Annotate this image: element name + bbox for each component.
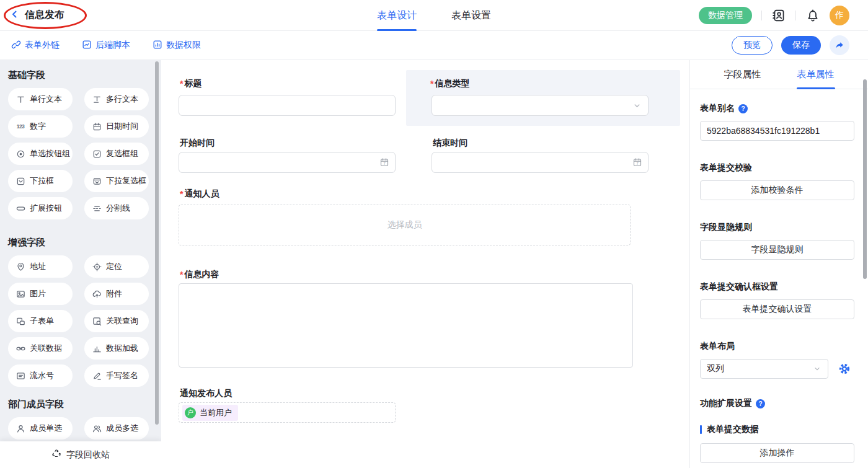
address-pin-icon <box>16 262 25 272</box>
external-link-button[interactable]: 表单外链 <box>11 40 60 51</box>
field-label-notify-publisher: 通知发布人员 <box>180 387 232 400</box>
field-label-info-content: * 信息内容 <box>180 268 219 281</box>
field-item-member-multi[interactable]: 成员多选 <box>84 417 149 439</box>
publisher-picker-box[interactable]: 户 当前用户 <box>179 402 396 423</box>
help-icon[interactable]: ? <box>738 104 748 113</box>
field-label-notify-members: * 通知人员 <box>180 188 219 200</box>
people-icon <box>92 423 102 433</box>
multi-line-text-icon <box>92 94 102 104</box>
title-input[interactable] <box>179 95 396 116</box>
properties-panel: 字段属性 表单属性 表单别名 ? 表单提交校验 添加校验条件 字段显隐规则 字段… <box>689 60 868 468</box>
toolbar-actions: 预览 保存 <box>732 35 849 55</box>
script-icon <box>82 40 92 51</box>
contact-book-icon[interactable] <box>771 8 786 23</box>
form-layout-row: 双列 <box>700 359 854 379</box>
end-time-input[interactable]: 7 <box>432 152 649 173</box>
field-item-number[interactable]: 123 数字 <box>8 115 73 138</box>
submit-validation-label: 表单提交校验 <box>700 162 854 174</box>
field-item-attachment[interactable]: 附件 <box>84 283 149 305</box>
tab-form-settings[interactable]: 表单设置 <box>451 0 491 31</box>
field-item-location[interactable]: 定位 <box>84 255 149 278</box>
cloud-upload-icon <box>92 289 102 299</box>
form-alias-input[interactable] <box>700 121 854 141</box>
field-item-divider[interactable]: 分割线 <box>84 197 149 219</box>
field-item-checkbox-group[interactable]: 复选框组 <box>84 143 149 165</box>
section-title-basic-fields: 基础字段 <box>8 69 161 82</box>
field-item-multi-select[interactable]: 下拉复选框 <box>84 170 149 192</box>
sidebar-scrollbar[interactable] <box>155 61 159 425</box>
field-item-radio-group[interactable]: 单选按钮组 <box>8 143 73 165</box>
data-manage-button[interactable]: 数据管理 <box>699 7 752 24</box>
field-label-start-time: 开始时间 <box>180 137 215 149</box>
field-item-related-query[interactable]: 关联查询 <box>84 310 149 332</box>
add-action-button-submit[interactable]: 添加操作 <box>700 443 854 463</box>
divider <box>795 11 796 20</box>
share-arrow-icon <box>835 40 844 50</box>
chain-link-icon <box>16 343 25 353</box>
field-recycle-bin[interactable]: 字段回收站 <box>0 441 161 468</box>
number-icon: 123 <box>16 121 25 131</box>
notification-bell-icon[interactable] <box>805 8 820 23</box>
bar-chart-icon <box>92 343 102 353</box>
tab-form-properties[interactable]: 表单属性 <box>797 60 835 89</box>
form-design-canvas: * 标题 * 信息类型 开始时间 7 结束时间 7 * 通知人员 选择成员 <box>161 60 689 468</box>
datetime-icon <box>92 121 102 131</box>
field-item-multi-line-text[interactable]: 多行文本 <box>84 88 149 110</box>
field-label-title: * 标题 <box>180 77 202 90</box>
field-item-datetime[interactable]: 日期时间 <box>84 115 149 138</box>
calendar-icon: 7 <box>632 157 642 167</box>
help-icon[interactable]: ? <box>756 399 765 408</box>
field-item-select[interactable]: 下拉框 <box>8 170 73 192</box>
panel-scrollbar[interactable] <box>863 79 867 279</box>
field-label-info-type: * 信息类型 <box>430 77 469 90</box>
field-palette-sidebar: 基础字段 单行文本 多行文本 123 数字 日期时间 单选按钮组 <box>0 60 161 468</box>
field-item-single-line-text[interactable]: 单行文本 <box>8 88 73 110</box>
field-item-serial-number[interactable]: 流水号 <box>8 364 73 387</box>
toolbar-links: 表单外链 后端脚本 数据权限 <box>11 40 201 51</box>
field-item-subform[interactable]: 子表单 <box>8 310 73 332</box>
share-button[interactable] <box>830 35 849 55</box>
backend-script-button[interactable]: 后端脚本 <box>82 40 130 51</box>
tab-field-properties[interactable]: 字段属性 <box>724 60 761 89</box>
field-item-extension-button[interactable]: 扩展按钮 <box>8 197 73 219</box>
multi-select-icon <box>92 176 102 186</box>
field-item-data-load[interactable]: 数据加载 <box>84 337 149 360</box>
form-layout-label: 表单布局 <box>700 340 854 353</box>
start-time-input[interactable]: 7 <box>179 152 396 173</box>
chevron-down-icon <box>813 364 822 373</box>
link-icon <box>11 40 21 51</box>
preview-button[interactable]: 预览 <box>732 36 773 55</box>
save-button[interactable]: 保存 <box>781 36 821 55</box>
field-item-member-single[interactable]: 成员单选 <box>8 417 73 439</box>
tab-form-design[interactable]: 表单设计 <box>377 0 417 31</box>
data-permission-button[interactable]: 数据权限 <box>153 40 201 51</box>
image-icon <box>16 289 25 299</box>
field-item-related-data[interactable]: 关联数据 <box>8 337 73 360</box>
section-title-member-fields: 部门成员字段 <box>8 399 161 411</box>
layout-select[interactable]: 双列 <box>700 359 828 379</box>
member-picker-box[interactable]: 选择成员 <box>179 205 631 245</box>
radio-group-icon <box>16 149 25 159</box>
divider-icon <box>92 203 102 213</box>
active-tab-underline <box>377 29 417 31</box>
field-item-image[interactable]: 图片 <box>8 283 73 305</box>
form-toolbar: 表单外链 后端脚本 数据权限 预览 保存 <box>0 31 868 60</box>
current-user-tag[interactable]: 户 当前用户 <box>182 405 238 421</box>
user-avatar[interactable]: 作 <box>830 6 849 25</box>
field-item-address[interactable]: 地址 <box>8 255 73 278</box>
confirm-settings-button[interactable]: 表单提交确认设置 <box>700 299 854 319</box>
visibility-rules-label: 字段显隐规则 <box>700 221 854 234</box>
subform-icon <box>16 316 25 326</box>
extension-button-icon <box>16 203 25 213</box>
single-line-text-icon <box>16 94 25 104</box>
info-type-select[interactable] <box>432 95 649 116</box>
permission-icon <box>153 40 162 51</box>
back-button[interactable]: 信息发布 <box>10 9 64 22</box>
back-chevron-icon <box>10 9 20 21</box>
person-icon <box>16 423 25 433</box>
add-validation-button[interactable]: 添加校验条件 <box>700 180 854 200</box>
info-content-textarea[interactable] <box>179 283 633 368</box>
visibility-rules-button[interactable]: 字段显隐规则 <box>700 240 854 260</box>
layout-settings-button[interactable] <box>835 359 854 379</box>
field-item-signature[interactable]: 手写签名 <box>84 364 149 387</box>
